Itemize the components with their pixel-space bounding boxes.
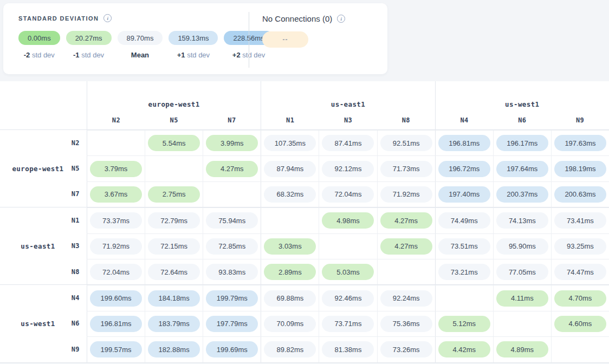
latency-cell: 200.37ms	[493, 182, 551, 207]
latency-cell: 71.92ms	[377, 182, 435, 207]
latency-pill[interactable]: 73.37ms	[90, 212, 142, 229]
info-icon[interactable]: i	[103, 14, 112, 22]
latency-pill[interactable]: 182.88ms	[148, 341, 200, 358]
row-region-label: us-east1	[0, 242, 76, 250]
latency-cell: 197.64ms	[493, 156, 551, 181]
latency-cell: 183.79ms	[145, 311, 203, 336]
latency-pill[interactable]: 197.40ms	[438, 186, 490, 203]
latency-pill[interactable]: 200.37ms	[496, 186, 548, 203]
latency-pill[interactable]: 95.90ms	[496, 238, 548, 255]
latency-cell: 199.69ms	[203, 337, 261, 362]
latency-pill[interactable]: 2.75ms	[148, 186, 200, 203]
row-group-us-east1: us-east1N173.37ms72.79ms75.94ms4.98ms4.2…	[0, 207, 609, 284]
latency-pill[interactable]: 199.79ms	[206, 290, 258, 307]
latency-pill[interactable]: 197.64ms	[496, 161, 548, 177]
latency-pill[interactable]: 197.63ms	[554, 135, 606, 151]
latency-pill[interactable]: 4.27ms	[206, 161, 258, 177]
info-icon[interactable]: i	[337, 15, 345, 23]
no-connections-pill: --	[262, 31, 308, 48]
latency-pill[interactable]: 92.51ms	[380, 135, 432, 151]
latency-cell: 74.47ms	[551, 259, 609, 284]
latency-pill[interactable]: 87.94ms	[264, 161, 316, 177]
latency-pill[interactable]: 75.94ms	[206, 212, 258, 229]
latency-pill[interactable]: 196.81ms	[438, 135, 490, 151]
latency-pill[interactable]: 3.03ms	[264, 238, 316, 255]
latency-pill[interactable]: 196.81ms	[90, 316, 142, 332]
matrix-row-N1: N173.37ms72.79ms75.94ms4.98ms4.27ms74.49…	[0, 207, 609, 233]
latency-pill[interactable]: 184.18ms	[148, 290, 200, 307]
latency-cell: 3.67ms	[87, 182, 145, 207]
latency-pill[interactable]: 72.85ms	[206, 238, 258, 255]
latency-pill[interactable]: 183.79ms	[148, 316, 200, 332]
matrix-corner	[0, 81, 87, 129]
latency-cell	[87, 131, 145, 155]
latency-pill[interactable]: 72.79ms	[148, 212, 200, 229]
latency-pill[interactable]: 198.19ms	[554, 161, 606, 177]
latency-pill[interactable]: 4.11ms	[496, 290, 548, 307]
column-node-label-N1: N1	[261, 116, 319, 124]
matrix-row-N4: N4199.60ms184.18ms199.79ms69.88ms92.46ms…	[0, 285, 609, 310]
latency-pill[interactable]: 72.15ms	[148, 238, 200, 255]
latency-pill[interactable]: 92.24ms	[380, 290, 432, 307]
latency-pill[interactable]: 73.51ms	[438, 238, 490, 255]
latency-pill[interactable]: 5.12ms	[438, 316, 490, 332]
latency-cell: 199.60ms	[87, 285, 145, 310]
latency-pill[interactable]: 69.88ms	[264, 290, 316, 307]
latency-pill[interactable]: 73.41ms	[554, 212, 606, 229]
matrix-header: europe-west1N2N5N7us-east1N1N3N8us-west1…	[0, 81, 609, 130]
latency-pill[interactable]: 71.73ms	[380, 161, 432, 177]
latency-pill[interactable]: 4.89ms	[496, 341, 548, 358]
latency-pill[interactable]: 3.99ms	[206, 135, 258, 151]
latency-pill[interactable]: 5.03ms	[322, 264, 374, 280]
latency-pill[interactable]: 4.60ms	[554, 316, 606, 332]
latency-pill[interactable]: 71.92ms	[380, 186, 432, 203]
latency-pill[interactable]: 93.83ms	[206, 264, 258, 280]
latency-pill[interactable]: 4.70ms	[554, 290, 606, 307]
latency-pill[interactable]: 4.27ms	[380, 238, 432, 255]
latency-pill[interactable]: 70.09ms	[264, 316, 316, 332]
latency-pill[interactable]: 89.82ms	[264, 341, 316, 358]
latency-pill[interactable]: 3.67ms	[90, 186, 142, 203]
row-group-europe-west1: europe-west1N25.54ms3.99ms107.35ms87.41m…	[0, 130, 609, 207]
latency-pill[interactable]: 107.35ms	[264, 135, 316, 151]
latency-pill[interactable]: 4.42ms	[438, 341, 490, 358]
latency-pill[interactable]: 71.92ms	[90, 238, 142, 255]
latency-pill[interactable]: 92.46ms	[322, 290, 374, 307]
latency-pill[interactable]: 199.60ms	[90, 290, 142, 307]
latency-pill[interactable]: 4.98ms	[322, 212, 374, 229]
latency-pill[interactable]: 74.49ms	[438, 212, 490, 229]
latency-pill[interactable]: 75.36ms	[380, 316, 432, 332]
latency-cell: 3.99ms	[203, 131, 261, 155]
latency-pill[interactable]: 73.21ms	[438, 264, 490, 280]
latency-pill[interactable]: 72.04ms	[322, 186, 374, 203]
latency-cell	[493, 311, 551, 336]
latency-pill[interactable]: 68.32ms	[264, 186, 316, 203]
latency-pill[interactable]: 196.72ms	[438, 161, 490, 177]
latency-pill[interactable]: 200.63ms	[554, 186, 606, 203]
latency-cell: 74.49ms	[435, 208, 493, 233]
latency-pill[interactable]: 93.25ms	[554, 238, 606, 255]
latency-pill[interactable]: 3.79ms	[90, 161, 142, 177]
latency-pill[interactable]: 74.13ms	[496, 212, 548, 229]
latency-cell: 92.46ms	[319, 285, 377, 310]
latency-pill[interactable]: 72.04ms	[90, 264, 142, 280]
latency-pill[interactable]: 77.05ms	[496, 264, 548, 280]
row-head: N4	[0, 285, 87, 310]
latency-cell	[319, 234, 377, 259]
latency-pill[interactable]: 5.54ms	[148, 135, 200, 151]
latency-pill[interactable]: 199.57ms	[90, 341, 142, 358]
latency-pill[interactable]: 4.27ms	[380, 212, 432, 229]
latency-pill[interactable]: 81.38ms	[322, 341, 374, 358]
latency-cell: 199.79ms	[203, 285, 261, 310]
latency-pill[interactable]: 73.71ms	[322, 316, 374, 332]
latency-pill[interactable]: 197.79ms	[206, 316, 258, 332]
latency-pill[interactable]: 73.26ms	[380, 341, 432, 358]
latency-pill[interactable]: 92.12ms	[322, 161, 374, 177]
latency-pill[interactable]: 74.47ms	[554, 264, 606, 280]
latency-pill[interactable]: 2.89ms	[264, 264, 316, 280]
latency-pill[interactable]: 196.17ms	[496, 135, 548, 151]
latency-pill[interactable]: 87.41ms	[322, 135, 374, 151]
latency-pill[interactable]: 72.64ms	[148, 264, 200, 280]
row-node-label-N8: N8	[72, 268, 80, 276]
latency-pill[interactable]: 199.69ms	[206, 341, 258, 358]
